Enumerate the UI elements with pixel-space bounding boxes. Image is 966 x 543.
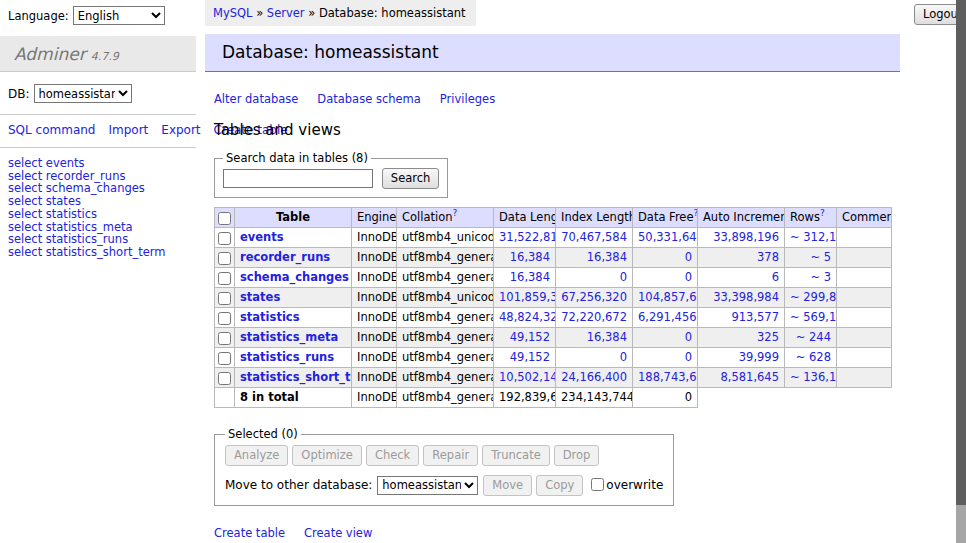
rows-help-link[interactable]: ?: [820, 208, 825, 218]
db-select[interactable]: homeassistant: [34, 84, 132, 103]
alter-database-link[interactable]: Alter database: [214, 92, 298, 106]
row-checkbox[interactable]: [218, 252, 231, 265]
breadcrumb-server-link[interactable]: Server: [267, 6, 305, 20]
move-database-select[interactable]: homeassistant: [377, 476, 478, 495]
table-name-link[interactable]: states: [240, 290, 280, 304]
rows-link[interactable]: ~ 312,180: [790, 230, 837, 244]
version-link[interactable]: 4.7.9: [91, 50, 119, 63]
data-free-link[interactable]: 0: [685, 330, 692, 344]
table-name-link[interactable]: statistics_short_term: [240, 370, 352, 384]
table-name-cell: statistics_runs: [235, 348, 352, 368]
data-free-link[interactable]: 6,291,456: [638, 310, 697, 324]
index-length-link[interactable]: 0: [620, 270, 627, 284]
move-button[interactable]: Move: [483, 475, 532, 496]
data-length-column-header: Data Length?: [494, 208, 556, 228]
table-name-link[interactable]: statistics_runs: [240, 350, 334, 364]
index-length-link[interactable]: 24,166,400: [561, 370, 627, 384]
select-all-checkbox[interactable]: [218, 212, 231, 225]
rows-link[interactable]: ~ 569,159: [790, 310, 837, 324]
data-length-link[interactable]: 16,384: [510, 250, 550, 264]
rows-link[interactable]: ~ 628: [796, 350, 831, 364]
data-length-link[interactable]: 31,522,816: [499, 230, 556, 244]
rows-link[interactable]: ~ 244: [796, 330, 831, 344]
select-statistics-link[interactable]: select statistics: [8, 208, 196, 221]
rows-link[interactable]: ~ 136,108: [790, 370, 837, 384]
check-button[interactable]: Check: [366, 445, 419, 466]
index-length-link[interactable]: 16,384: [587, 330, 627, 344]
index-length-link[interactable]: 70,467,584: [561, 230, 627, 244]
row-checkbox[interactable]: [218, 292, 231, 305]
index-length-link[interactable]: 0: [620, 350, 627, 364]
data-free-help-link[interactable]: ?: [694, 208, 698, 218]
data-free-link[interactable]: 104,857,600: [638, 290, 698, 304]
rows-cell: ~ 312,180: [785, 228, 837, 248]
row-checkbox[interactable]: [218, 372, 231, 385]
data-free-link[interactable]: 0: [685, 250, 692, 264]
auto-increment-link[interactable]: 378: [757, 250, 779, 264]
copy-button[interactable]: Copy: [536, 475, 583, 496]
table-name-link[interactable]: statistics_meta: [240, 330, 338, 344]
data-length-link[interactable]: 49,152: [510, 330, 550, 344]
breadcrumb-mysql-link[interactable]: MySQL: [213, 6, 253, 20]
row-checkbox[interactable]: [218, 232, 231, 245]
optimize-button[interactable]: Optimize: [292, 445, 362, 466]
auto-increment-link[interactable]: 33,898,196: [713, 230, 779, 244]
index-length-link[interactable]: 72,220,672: [561, 310, 627, 324]
drop-button[interactable]: Drop: [554, 445, 600, 466]
vertical-scrollbar[interactable]: [956, 0, 966, 543]
data-free-link[interactable]: 0: [685, 350, 692, 364]
collation-cell: utf8mb4_general_ci: [397, 248, 494, 268]
auto-increment-link[interactable]: 913,577: [731, 310, 779, 324]
row-checkbox-cell: [215, 368, 235, 388]
overwrite-checkbox[interactable]: [591, 478, 604, 491]
row-checkbox[interactable]: [218, 272, 231, 285]
create-table-link[interactable]: Create table: [214, 526, 285, 540]
index-length-link[interactable]: 67,256,320: [561, 290, 627, 304]
auto-increment-link[interactable]: 6: [772, 270, 779, 284]
auto-increment-link[interactable]: 325: [757, 330, 779, 344]
table-name-link[interactable]: events: [240, 230, 284, 244]
analyze-button[interactable]: Analyze: [225, 445, 288, 466]
data-free-link[interactable]: 0: [685, 270, 692, 284]
selected-action-buttons: AnalyzeOptimizeCheckRepairTruncateDrop: [225, 445, 663, 466]
collation-help-link[interactable]: ?: [453, 208, 458, 218]
privileges-link[interactable]: Privileges: [440, 92, 495, 106]
table-name-link[interactable]: schema_changes: [240, 270, 349, 284]
auto-increment-link[interactable]: 33,398,984: [713, 290, 779, 304]
data-free-cell: 188,743,680: [633, 368, 698, 388]
auto-increment-link[interactable]: 39,999: [739, 350, 779, 364]
sidebar: Language:English Adminer4.7.9 DB:homeass…: [0, 0, 196, 543]
select-states-link[interactable]: select states: [8, 195, 196, 208]
data-length-link[interactable]: 48,824,320: [499, 310, 556, 324]
truncate-button[interactable]: Truncate: [482, 445, 550, 466]
overwrite-label: overwrite: [606, 478, 663, 492]
row-checkbox[interactable]: [218, 332, 231, 345]
repair-button[interactable]: Repair: [423, 445, 478, 466]
data-length-link[interactable]: 49,152: [510, 350, 550, 364]
import-link[interactable]: Import: [108, 123, 148, 137]
auto-increment-link[interactable]: 8,581,645: [720, 370, 779, 384]
database-schema-link[interactable]: Database schema: [317, 92, 420, 106]
create-view-link[interactable]: Create view: [304, 526, 372, 540]
table-name-link[interactable]: recorder_runs: [240, 250, 330, 264]
table-name-link[interactable]: statistics: [240, 310, 300, 324]
search-button[interactable]: Search: [382, 168, 440, 189]
row-checkbox[interactable]: [218, 352, 231, 365]
data-free-link[interactable]: 188,743,680: [638, 370, 698, 384]
rows-link[interactable]: ~ 299,833: [790, 290, 837, 304]
index-length-link[interactable]: 16,384: [587, 250, 627, 264]
data-length-link[interactable]: 101,859,328: [499, 290, 556, 304]
export-link[interactable]: Export: [161, 123, 200, 137]
sql-command-link[interactable]: SQL command: [8, 123, 95, 137]
data-length-link[interactable]: 16,384: [510, 270, 550, 284]
rows-link[interactable]: ~ 3: [810, 270, 831, 284]
row-checkbox[interactable]: [218, 312, 231, 325]
scrollbar-thumb[interactable]: [956, 0, 966, 505]
select-events-link[interactable]: select events: [8, 157, 196, 170]
data-free-link[interactable]: 50,331,648: [638, 230, 698, 244]
language-select[interactable]: English: [73, 6, 165, 25]
data-length-link[interactable]: 10,502,144: [499, 370, 556, 384]
rows-link[interactable]: ~ 5: [810, 250, 831, 264]
search-input[interactable]: [223, 169, 373, 188]
select-statistics-short-term-link[interactable]: select statistics_short_term: [8, 246, 196, 259]
